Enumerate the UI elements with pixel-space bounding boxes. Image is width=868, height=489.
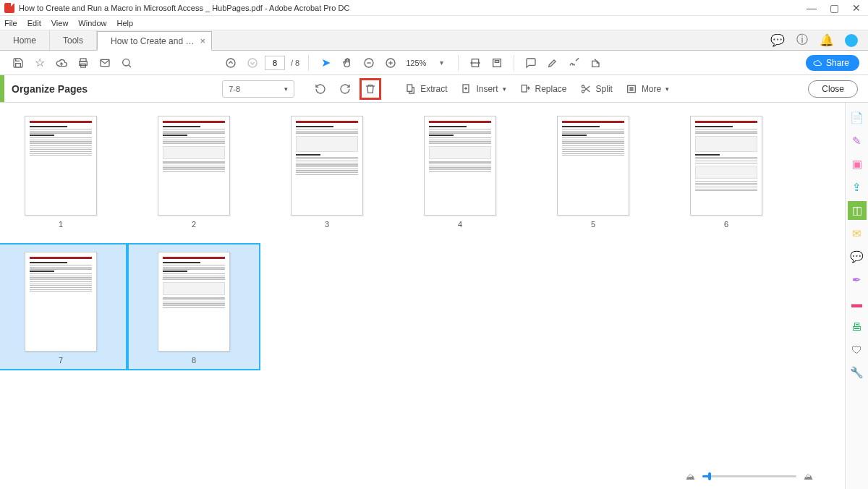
organize-pages-toolbar: Organize Pages 7-8 ▾ Extract Insert ▾ Re…: [0, 75, 868, 103]
tab-document-label: How to Create and …: [111, 36, 194, 46]
page-thumbnail[interactable]: 3: [291, 116, 363, 229]
organize-title: Organize Pages: [4, 83, 88, 95]
rail-protect-icon[interactable]: 🛡: [848, 340, 867, 359]
highlight-icon[interactable]: [543, 54, 562, 72]
replace-button[interactable]: Replace: [515, 80, 571, 98]
window-maximize-button[interactable]: ▢: [830, 2, 839, 14]
page-preview: [25, 252, 97, 352]
page-number-label: 5: [591, 220, 595, 229]
rail-combine-icon[interactable]: ▣: [848, 155, 867, 174]
page-thumbnail[interactable]: 1: [25, 116, 97, 229]
page-thumbnail[interactable]: 7: [0, 243, 127, 370]
page-number-label: 4: [458, 220, 462, 229]
rail-more-tools-icon[interactable]: 🔧: [848, 363, 867, 382]
thumbnail-zoom-slider[interactable]: [702, 475, 796, 477]
tab-document[interactable]: How to Create and … ×: [97, 31, 212, 51]
chat-icon[interactable]: 💬: [771, 34, 784, 47]
main-toolbar: ☆ / 8 ➤ 125% ▾ Share: [0, 51, 868, 75]
scissors-icon: [580, 83, 592, 95]
fit-width-icon[interactable]: [466, 54, 485, 72]
page-preview: [158, 252, 230, 352]
close-organize-button[interactable]: Close: [808, 80, 858, 98]
comment-icon[interactable]: [522, 54, 540, 72]
page-number-input[interactable]: [265, 56, 285, 70]
page-number-label: 1: [59, 220, 63, 229]
rotate-ccw-button[interactable]: [310, 80, 331, 98]
menu-file[interactable]: File: [4, 19, 17, 27]
page-thumbnail[interactable]: 6: [690, 116, 762, 229]
page-thumbnail[interactable]: 2: [158, 116, 230, 229]
hand-tool-icon[interactable]: [338, 54, 357, 72]
split-button[interactable]: Split: [576, 80, 617, 98]
menu-bar: File Edit View Window Help: [0, 16, 868, 30]
more-button[interactable]: More ▾: [621, 80, 673, 98]
email-icon[interactable]: [95, 54, 114, 72]
help-icon[interactable]: ⓘ: [796, 34, 809, 47]
tab-home[interactable]: Home: [0, 30, 50, 50]
page-range-select[interactable]: 7-8 ▾: [222, 80, 294, 98]
print-icon[interactable]: [74, 54, 93, 72]
menu-window[interactable]: Window: [78, 19, 106, 27]
share-button[interactable]: Share: [806, 55, 859, 71]
rail-redact-icon[interactable]: ▬: [848, 294, 867, 312]
page-number-label: 2: [192, 220, 196, 229]
tab-close-icon[interactable]: ×: [200, 35, 205, 46]
acrobat-app-icon: [4, 3, 14, 13]
svg-rect-11: [495, 60, 499, 62]
page-preview: [690, 116, 762, 216]
svg-rect-14: [522, 85, 527, 91]
window-title: How to Create and Run a Macro in Microso…: [19, 4, 349, 12]
rail-comment-icon[interactable]: 💬: [848, 247, 867, 266]
page-preview: [25, 116, 97, 216]
zoom-out-icon[interactable]: [359, 54, 378, 72]
split-label: Split: [596, 84, 613, 94]
tab-tools-label: Tools: [63, 35, 83, 46]
insert-icon: [460, 83, 472, 95]
zoom-large-icon[interactable]: ⛰: [804, 471, 813, 482]
user-avatar[interactable]: [845, 34, 858, 47]
sign-icon[interactable]: [565, 54, 584, 72]
svg-point-5: [226, 59, 235, 67]
page-number-label: 7: [59, 356, 63, 365]
extract-button[interactable]: Extract: [400, 80, 451, 98]
rail-organize-pages-icon[interactable]: ◫: [848, 201, 867, 220]
window-minimize-button[interactable]: —: [807, 2, 817, 14]
tab-tools[interactable]: Tools: [50, 30, 97, 50]
rail-export-pdf-icon[interactable]: ⇪: [848, 178, 867, 197]
insert-button[interactable]: Insert ▾: [456, 80, 510, 98]
thumbnail-zoom-footer: ⛰ ⛰: [686, 471, 813, 482]
page-up-icon[interactable]: [221, 54, 240, 72]
zoom-small-icon[interactable]: ⛰: [686, 471, 695, 482]
thumbnail-grid: 12345678: [0, 103, 845, 378]
page-down-icon[interactable]: [243, 54, 262, 72]
window-close-button[interactable]: ✕: [852, 2, 861, 14]
selection-tool-icon[interactable]: ➤: [316, 54, 335, 72]
page-thumbnail[interactable]: 8: [127, 243, 260, 370]
page-preview: [291, 116, 363, 216]
menu-edit[interactable]: Edit: [27, 19, 41, 27]
favorite-icon[interactable]: ☆: [30, 54, 49, 72]
menu-help[interactable]: Help: [116, 19, 133, 27]
rail-fill-sign-icon[interactable]: ✒: [848, 271, 867, 289]
menu-view[interactable]: View: [51, 19, 69, 27]
rail-edit-pdf-icon[interactable]: ✎: [848, 132, 867, 150]
rotate-cw-button[interactable]: [335, 80, 355, 98]
page-thumbnail[interactable]: 4: [424, 116, 496, 229]
stamp-icon[interactable]: [587, 54, 605, 72]
page-total-label: / 8: [288, 59, 301, 67]
rail-create-pdf-icon[interactable]: 📄: [848, 109, 867, 127]
save-icon[interactable]: [9, 54, 27, 72]
cloud-upload-icon[interactable]: [52, 54, 71, 72]
zoom-in-icon[interactable]: [381, 54, 400, 72]
fit-page-icon[interactable]: [488, 54, 506, 72]
notifications-icon[interactable]: 🔔: [820, 34, 833, 47]
delete-button-highlighted[interactable]: [359, 78, 381, 100]
page-preview: [557, 116, 629, 216]
search-icon[interactable]: [117, 54, 136, 72]
thumbnail-workspace: 12345678 ⛰ ⛰: [0, 103, 845, 489]
page-thumbnail[interactable]: 5: [557, 116, 629, 229]
zoom-dropdown-icon[interactable]: ▾: [432, 54, 451, 72]
rail-send-icon[interactable]: ✉: [848, 224, 867, 243]
replace-icon: [519, 83, 531, 95]
rail-print-icon[interactable]: 🖶: [848, 317, 867, 336]
